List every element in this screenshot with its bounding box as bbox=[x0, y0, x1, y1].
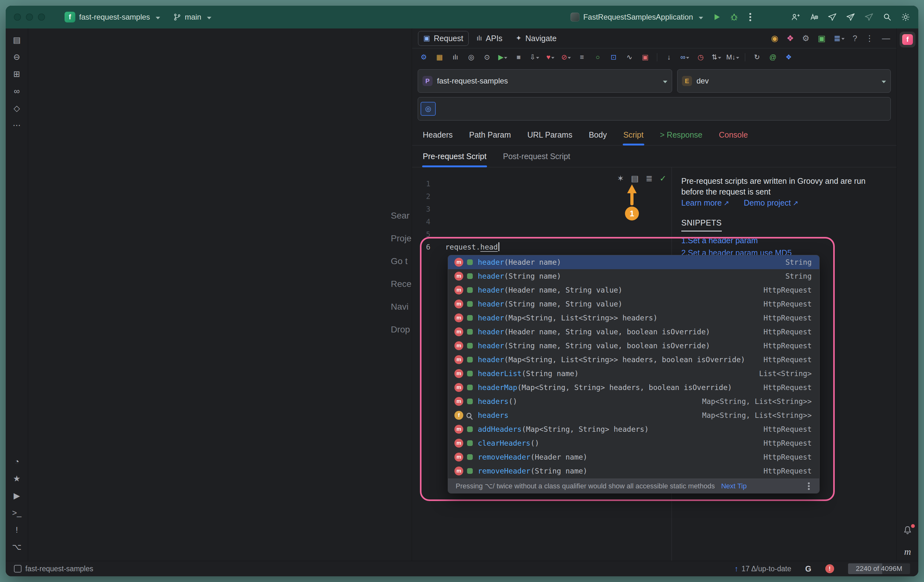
terminal-icon[interactable]: >_ bbox=[10, 506, 24, 520]
settings-gear-icon[interactable] bbox=[901, 13, 910, 21]
code-line[interactable]: request.head bbox=[445, 241, 499, 253]
request-tab[interactable]: Path Param bbox=[461, 124, 519, 145]
status-circle-icon[interactable]: ○ bbox=[591, 51, 605, 63]
debug-button[interactable] bbox=[730, 13, 739, 21]
completion-item[interactable]: m header (String name, String value, boo… bbox=[448, 339, 819, 353]
profiler-icon[interactable]: ◔ bbox=[10, 455, 24, 468]
run-button[interactable] bbox=[712, 13, 721, 21]
completion-item[interactable]: m headerList (String name) List<String> bbox=[448, 367, 819, 381]
search-icon[interactable] bbox=[883, 13, 892, 21]
completion-item[interactable]: m removeHeader (Header name) HttpRequest bbox=[448, 450, 819, 464]
completion-item[interactable]: m headerMap (Map<String, String> headers… bbox=[448, 381, 819, 394]
completion-item[interactable]: m addHeaders (Map<String, String> header… bbox=[448, 422, 819, 436]
request-tab[interactable]: Headers bbox=[414, 124, 461, 145]
environment-combo[interactable]: E dev bbox=[677, 69, 891, 93]
help-link[interactable]: Learn more ↗ bbox=[681, 198, 729, 208]
bookmarks-icon[interactable]: ★ bbox=[10, 472, 24, 486]
curl-icon[interactable]: @ bbox=[766, 51, 780, 63]
markdown-icon[interactable]: M↓ bbox=[725, 51, 741, 63]
fast-request-tool-button[interactable]: f bbox=[900, 31, 916, 48]
request-tab[interactable]: URL Params bbox=[519, 124, 581, 145]
hide-panel-icon[interactable]: — bbox=[882, 33, 890, 43]
target-icon[interactable]: ◎ bbox=[464, 51, 478, 63]
more-tool-windows-icon[interactable]: ⋯ bbox=[10, 118, 24, 132]
translate-icon[interactable] bbox=[809, 13, 818, 21]
save-icon[interactable]: ⇩ bbox=[527, 51, 542, 63]
filter-icon[interactable]: ≡ bbox=[575, 51, 589, 63]
completion-item[interactable]: m header (Header name, String value) Htt… bbox=[448, 283, 819, 297]
plugin-icon[interactable]: ❖ bbox=[781, 51, 796, 63]
more-actions-button[interactable] bbox=[747, 16, 753, 18]
stop-icon[interactable]: ■ bbox=[512, 51, 526, 63]
vcs-status-widget[interactable]: ↑ 17 Δ/up-to-date bbox=[734, 564, 791, 573]
capture-icon[interactable]: ▣ bbox=[818, 33, 826, 43]
script-sub-tab[interactable]: Pre-request Script bbox=[414, 145, 495, 167]
completion-item[interactable]: m header (Header name) String bbox=[448, 255, 819, 269]
send-plane-alt-icon[interactable] bbox=[846, 13, 855, 21]
refresh-icon[interactable]: ↻ bbox=[750, 51, 764, 63]
branch-widget[interactable]: main bbox=[173, 13, 211, 21]
structure-icon[interactable]: ⊞ bbox=[10, 67, 24, 81]
tab-navigate[interactable]: ✦ Navigate bbox=[511, 31, 562, 46]
api-settings-icon[interactable]: ⚙ bbox=[416, 51, 431, 63]
search-api-icon[interactable]: ⊙ bbox=[480, 51, 494, 63]
table-view-icon[interactable]: ▦ bbox=[432, 51, 447, 63]
collection-icon[interactable]: ♥ bbox=[543, 51, 558, 63]
copy-icon[interactable]: ⊡ bbox=[606, 51, 621, 63]
download-icon[interactable]: ↓ bbox=[662, 51, 676, 63]
request-tab[interactable]: Script bbox=[615, 124, 652, 145]
history-icon[interactable]: ◷ bbox=[693, 51, 708, 63]
notifications-button[interactable] bbox=[903, 525, 912, 536]
url-input[interactable]: ◎ bbox=[418, 97, 891, 120]
request-tab[interactable]: Body bbox=[581, 124, 615, 145]
more-vertical-icon[interactable]: ⋮ bbox=[865, 33, 874, 43]
next-tip-link[interactable]: Next Tip bbox=[721, 482, 747, 490]
settings-icon[interactable]: ⚙ bbox=[802, 33, 809, 43]
curve-icon[interactable]: ∿ bbox=[622, 51, 637, 63]
chart-icon[interactable]: ılı bbox=[448, 51, 463, 63]
minimize-button[interactable] bbox=[26, 13, 33, 21]
completion-item[interactable]: m header (String name) String bbox=[448, 269, 819, 283]
compare-icon[interactable]: ⇅ bbox=[709, 51, 724, 63]
completion-item[interactable]: m header (Header name, String value, boo… bbox=[448, 325, 819, 339]
memory-indicator[interactable]: 2240 of 4096M bbox=[848, 563, 910, 574]
tab-request[interactable]: ▣ Request bbox=[418, 31, 468, 46]
snippet-list-icon[interactable]: ≣ bbox=[645, 174, 652, 183]
project-folder-icon[interactable]: ▤ bbox=[10, 33, 24, 47]
run-configuration-widget[interactable]: FastRequestSamplesApplication bbox=[571, 13, 703, 21]
block-icon[interactable]: ⊘ bbox=[559, 51, 573, 63]
library-folder-icon[interactable]: ▤ bbox=[631, 174, 639, 183]
completion-item[interactable]: m header (String name, String value) Htt… bbox=[448, 297, 819, 311]
pull-requests-icon[interactable]: ∞ bbox=[10, 84, 24, 98]
commit-icon[interactable]: ⊖ bbox=[10, 50, 24, 64]
completion-more-button[interactable] bbox=[806, 485, 812, 487]
version-control-icon[interactable]: ⌥ bbox=[10, 540, 24, 554]
request-tab[interactable]: Console bbox=[711, 124, 756, 145]
completion-item[interactable]: m removeHeader (String name) HttpRequest bbox=[448, 464, 819, 478]
link-icon[interactable]: ∞ bbox=[678, 51, 692, 63]
project-combo[interactable]: P fast-request-samples bbox=[418, 69, 672, 93]
completion-item[interactable]: m headers () Map<String, List<String>> bbox=[448, 394, 819, 408]
magic-wand-icon[interactable]: ✶ bbox=[617, 174, 624, 183]
help-icon[interactable]: ? bbox=[853, 33, 857, 43]
status-project-widget[interactable]: fast-request-samples bbox=[14, 565, 93, 573]
maven-tool-button[interactable]: m bbox=[897, 546, 918, 557]
integrations-icon[interactable]: ❖ bbox=[787, 33, 794, 43]
project-widget[interactable]: f fast-request-samples bbox=[64, 12, 160, 23]
add-user-icon[interactable] bbox=[791, 13, 800, 21]
script-sub-tab[interactable]: Post-request Script bbox=[495, 145, 578, 167]
close-button[interactable] bbox=[14, 13, 21, 21]
whats-new-icon[interactable]: ◉ bbox=[771, 33, 779, 43]
tab-apis[interactable]: ılı APIs bbox=[472, 31, 508, 46]
send-icon[interactable]: ▶ bbox=[495, 51, 510, 63]
project-bag-icon[interactable]: ▣ bbox=[638, 51, 652, 63]
send-plane-icon[interactable] bbox=[828, 13, 837, 21]
completion-item[interactable]: f headers Map<String, List<String>> bbox=[448, 408, 819, 422]
check-icon[interactable]: ✓ bbox=[660, 174, 667, 183]
error-notification-widget[interactable]: ! bbox=[825, 564, 834, 573]
run-tool-icon[interactable]: ▶ bbox=[10, 489, 24, 503]
send-plane-disabled-icon[interactable] bbox=[865, 13, 873, 21]
problems-icon[interactable]: ! bbox=[10, 523, 24, 537]
snippet-link[interactable]: 1.Set a header param bbox=[681, 236, 888, 245]
layers-icon[interactable]: ≣ bbox=[834, 33, 845, 43]
